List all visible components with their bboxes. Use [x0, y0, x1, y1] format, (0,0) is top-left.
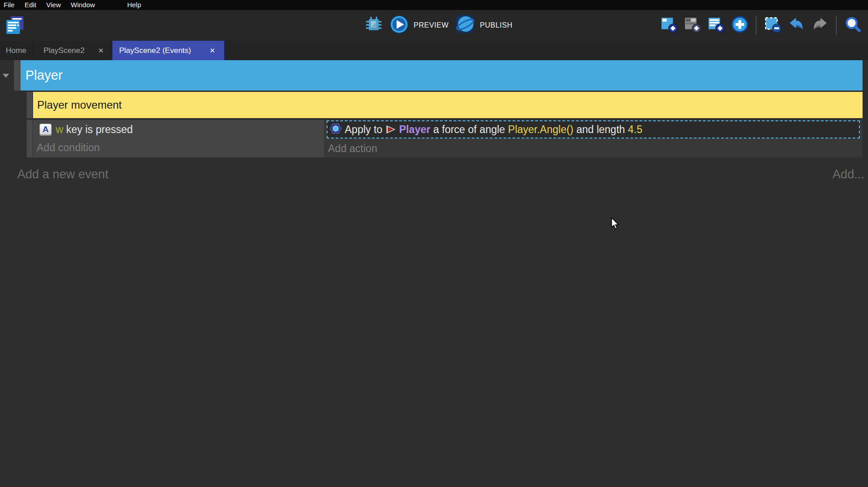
add-event-icon: [661, 16, 678, 35]
add-subevent-icon: [684, 16, 701, 35]
group-title: Player: [20, 68, 63, 83]
toolbar-center: PREVIEW PUBLISH: [365, 10, 512, 41]
publish-globe-icon: [455, 14, 475, 36]
close-icon[interactable]: ✕: [96, 46, 106, 56]
menu-help[interactable]: Help: [122, 0, 146, 10]
add-action-button[interactable]: Add action: [328, 140, 377, 157]
toolbar-separator: [836, 15, 837, 35]
delete-selection-icon: [764, 16, 781, 35]
action-text: Apply to Player a force of angle Player.…: [345, 124, 642, 136]
events-sheet[interactable]: Player Player movement A w key is presse…: [0, 60, 868, 487]
event-group-header[interactable]: Player: [20, 60, 863, 91]
menu-file[interactable]: File: [0, 0, 19, 10]
menu-bar: File Edit View Window Help: [0, 0, 868, 10]
tab-playscene2-events[interactable]: PlayScene2 (Events) ✕: [112, 41, 224, 60]
add-comment-icon: [708, 16, 725, 35]
condition-text: w key is pressed: [56, 124, 133, 136]
add-more-icon: [731, 16, 748, 35]
preview-label: PREVIEW: [414, 21, 448, 29]
preview-button[interactable]: PREVIEW: [389, 14, 448, 36]
toolbar-separator: [756, 15, 757, 35]
redo-button[interactable]: [811, 17, 829, 34]
tab-home[interactable]: Home: [0, 41, 33, 60]
add-more-button-right[interactable]: Add...: [832, 164, 864, 184]
mouse-cursor: [611, 217, 621, 233]
menu-window[interactable]: Window: [66, 0, 105, 10]
toolbar: PREVIEW PUBLISH: [0, 10, 868, 41]
add-new-event-row: Add a new event Add...: [0, 164, 868, 184]
menu-view[interactable]: View: [41, 0, 66, 10]
comment-text: Player movement: [33, 99, 122, 111]
add-event-button[interactable]: [660, 17, 678, 34]
tab-bar: Home PlayScene2 ✕ PlayScene2 (Events) ✕: [0, 41, 868, 60]
toolbar-right: [660, 10, 862, 41]
preview-play-icon: [389, 14, 409, 36]
publish-button[interactable]: PUBLISH: [455, 14, 512, 36]
condition-item[interactable]: A w key is pressed: [33, 120, 324, 139]
tab-playscene2[interactable]: PlayScene2 ✕: [33, 41, 112, 60]
actions-cell: Apply to Player a force of angle Player.…: [324, 120, 863, 158]
comment-drag-handle[interactable]: [27, 92, 33, 118]
force-icon: [330, 123, 342, 136]
tab-label: Home: [6, 46, 26, 55]
event-drag-handle[interactable]: [27, 120, 33, 158]
publish-label: PUBLISH: [480, 21, 512, 29]
add-subevent-button[interactable]: [684, 17, 701, 34]
debugger-button[interactable]: [365, 17, 382, 34]
add-more-button[interactable]: [731, 17, 748, 34]
event-row: A w key is pressed Add condition: [0, 120, 868, 158]
add-comment-button[interactable]: [707, 17, 725, 34]
search-events-button[interactable]: [844, 17, 862, 34]
redo-icon: [811, 16, 829, 35]
debugger-icon: [365, 15, 383, 35]
undo-icon: [788, 16, 805, 35]
gdevelop-window: File Edit View Window Help: [0, 0, 868, 487]
delete-selection-button[interactable]: [764, 17, 781, 34]
project-manager-icon: [5, 30, 25, 38]
comment-row[interactable]: Player movement: [33, 92, 863, 118]
add-new-event-button[interactable]: Add a new event: [17, 164, 108, 184]
keyboard-key-icon: A: [39, 124, 52, 136]
action-item-selected[interactable]: Apply to Player a force of angle Player.…: [327, 120, 860, 138]
menu-edit[interactable]: Edit: [19, 0, 41, 10]
conditions-cell: A w key is pressed Add condition: [33, 120, 324, 158]
tab-label: PlayScene2 (Events): [119, 46, 191, 55]
player-object-icon: [386, 124, 396, 135]
collapse-caret-icon[interactable]: [3, 74, 9, 78]
add-condition-button[interactable]: Add condition: [33, 139, 324, 156]
search-icon: [844, 16, 862, 35]
group-drag-handle[interactable]: [14, 60, 20, 91]
tab-label: PlayScene2: [43, 46, 85, 55]
undo-button[interactable]: [787, 17, 805, 34]
project-manager-button[interactable]: [5, 15, 25, 37]
close-icon[interactable]: ✕: [207, 46, 217, 56]
